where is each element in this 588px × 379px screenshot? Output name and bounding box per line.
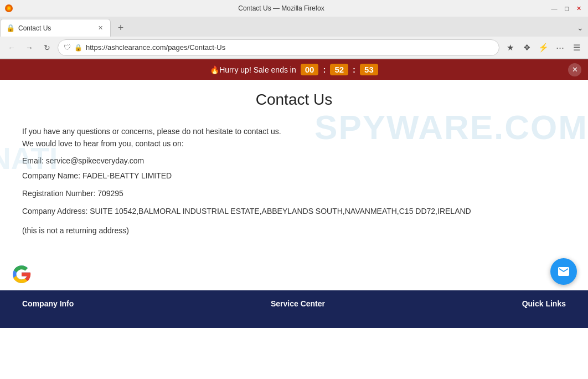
tab-bar: 🔒 Contact Us ✕ + ⌄ bbox=[0, 17, 588, 37]
url-protocol: https:// bbox=[86, 43, 107, 52]
colon-2: : bbox=[353, 65, 355, 74]
back-button[interactable]: ← bbox=[4, 40, 19, 55]
page-footer: Company Info Service Center Quick Links bbox=[0, 290, 588, 328]
address-input[interactable]: 🛡 🔒 https://ashclearance.com/pages/Conta… bbox=[58, 39, 499, 56]
footer-service-center: Service Center bbox=[271, 299, 325, 319]
active-tab[interactable]: 🔒 Contact Us ✕ bbox=[0, 19, 111, 37]
tab-close-btn[interactable]: ✕ bbox=[96, 24, 105, 33]
company-name-line: Company Name: FADEL-BEATTY LIMITED bbox=[22, 171, 566, 180]
url-display: https://ashclearance.com/pages/Contact-U… bbox=[86, 43, 493, 52]
page-heading: Contact Us bbox=[22, 91, 566, 109]
bookmark-btn[interactable]: ★ bbox=[503, 40, 517, 55]
svg-point-2 bbox=[8, 7, 10, 9]
main-content: SPYWARE.COM NATI Contact Us If you have … bbox=[0, 80, 588, 290]
url-path: /pages/Contact-Us bbox=[166, 43, 226, 52]
email-line: Email: service@spikeeveryday.com bbox=[22, 155, 566, 167]
chat-button[interactable] bbox=[550, 258, 577, 285]
url-domain: ashclearance.com bbox=[107, 43, 166, 52]
note-line: (this is not a returning address) bbox=[22, 224, 566, 237]
google-logo bbox=[11, 264, 32, 285]
lock-icon: 🔒 bbox=[74, 44, 82, 52]
hamburger-btn[interactable]: ☰ bbox=[569, 40, 584, 55]
reg-number-line: Registration Number: 709295 bbox=[22, 189, 566, 198]
page-content: 🔥Hurry up! Sale ends in 00 : 52 : 53 ✕ S… bbox=[0, 59, 588, 379]
window-controls[interactable]: — ◻ ✕ bbox=[549, 3, 584, 13]
extensions-btn[interactable]: ⚡ bbox=[536, 40, 550, 55]
banner-close-button[interactable]: ✕ bbox=[568, 63, 581, 76]
footer-company-info: Company Info bbox=[22, 299, 74, 319]
email-value: service@spikeeveryday.com bbox=[46, 156, 144, 165]
timer-seconds: 53 bbox=[360, 64, 378, 75]
browser-chrome: Contact Us — Mozilla Firefox — ◻ ✕ 🔒 Con… bbox=[0, 0, 588, 59]
address-line: Company Address: SUITE 10542,BALMORAL IN… bbox=[22, 207, 566, 216]
new-tab-button[interactable]: + bbox=[113, 20, 128, 35]
timer-hours: 00 bbox=[301, 64, 319, 75]
footer-col3-title: Quick Links bbox=[522, 299, 566, 308]
pocket-btn[interactable]: ❖ bbox=[519, 40, 534, 55]
sale-text: 🔥Hurry up! Sale ends in bbox=[210, 65, 296, 74]
reg-label: Registration Number: bbox=[22, 189, 97, 198]
address-bar: ← → ↻ 🛡 🔒 https://ashclearance.com/pages… bbox=[0, 37, 588, 59]
footer-col2-title: Service Center bbox=[271, 299, 325, 308]
title-bar: Contact Us — Mozilla Firefox — ◻ ✕ bbox=[0, 0, 588, 17]
more-tools-btn[interactable]: ⋯ bbox=[553, 40, 567, 55]
tab-favicon: 🔒 bbox=[6, 24, 15, 32]
tab-list-button[interactable]: ⌄ bbox=[572, 23, 588, 32]
restore-btn[interactable]: ◻ bbox=[561, 3, 571, 13]
close-btn[interactable]: ✕ bbox=[574, 3, 584, 13]
email-label: Email: bbox=[22, 156, 46, 165]
tab-label: Contact Us bbox=[18, 24, 92, 32]
intro-text: If you have any questions or concerns, p… bbox=[22, 125, 566, 150]
shield-icon: 🛡 bbox=[64, 43, 71, 52]
company-value: FADEL-BEATTY LIMITED bbox=[82, 171, 172, 180]
firefox-icon bbox=[4, 4, 13, 13]
reg-value: 709295 bbox=[97, 189, 123, 198]
sale-banner: 🔥Hurry up! Sale ends in 00 : 52 : 53 ✕ bbox=[0, 59, 588, 80]
footer-col1-title: Company Info bbox=[22, 299, 74, 308]
minimize-btn[interactable]: — bbox=[549, 3, 559, 13]
colon-1: : bbox=[323, 65, 326, 74]
address-label: Company Address: bbox=[22, 207, 90, 216]
window-title: Contact Us — Mozilla Firefox bbox=[13, 4, 549, 12]
footer-quick-links: Quick Links bbox=[522, 299, 566, 319]
forward-button[interactable]: → bbox=[22, 40, 37, 55]
address-value: SUITE 10542,BALMORAL INDUSTRIAL ESTATE,A… bbox=[90, 207, 471, 216]
address-actions: ★ ❖ ⚡ ⋯ ☰ bbox=[503, 40, 584, 55]
company-label: Company Name: bbox=[22, 171, 82, 180]
reload-button[interactable]: ↻ bbox=[40, 40, 54, 55]
timer-minutes: 52 bbox=[330, 64, 348, 75]
